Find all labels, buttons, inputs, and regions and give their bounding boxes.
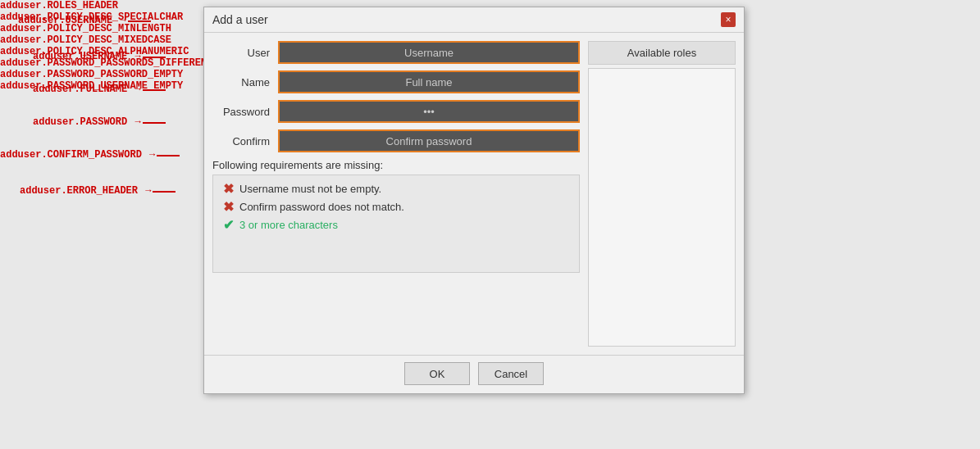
annotation-confirm: adduser.CONFIRM_PASSWORD — [0, 149, 155, 161]
user-label: User — [212, 47, 278, 59]
password-input[interactable] — [278, 100, 580, 123]
validation-item-3: ✔ 3 or more characters — [221, 218, 571, 231]
password-row: Password — [212, 100, 580, 123]
annotation-password: adduser.PASSWORD — [33, 116, 141, 128]
roles-list — [588, 68, 736, 347]
validation-item-1: ✖ Username must not be empty. — [221, 182, 571, 195]
error-header-row: Following requirements are missing: — [212, 159, 580, 171]
fullname-input[interactable] — [278, 70, 580, 93]
confirm-input[interactable] — [278, 129, 580, 152]
fail-icon-1: ✖ — [221, 182, 235, 195]
annotation-error: adduser.ERROR_HEADER — [20, 185, 151, 197]
fullname-row: Name — [212, 70, 580, 93]
confirm-label: Confirm — [212, 135, 278, 147]
dialog-title: Add a user — [212, 13, 268, 26]
validation-item-2: ✖ Confirm password does not match. — [221, 200, 571, 213]
form-panel: User Name Password Confirm Following req… — [212, 41, 580, 347]
password-label: Password — [212, 106, 278, 118]
validation-text-3: 3 or more characters — [239, 219, 338, 231]
annotation-title: adduser.USERNAME — [18, 15, 126, 26]
validation-text-2: Confirm password does not match. — [239, 201, 404, 213]
annotation-user: adduser.USERNAME — [33, 51, 141, 62]
cancel-button[interactable]: Cancel — [478, 362, 544, 385]
error-header: Following requirements are missing: — [212, 159, 383, 171]
validation-text-1: Username must not be empty. — [239, 183, 381, 195]
confirm-row: Confirm — [212, 129, 580, 152]
roles-header: Available roles — [588, 41, 736, 65]
close-button[interactable]: × — [721, 12, 736, 27]
validation-list: ✖ Username must not be empty. ✖ Confirm … — [212, 175, 580, 273]
dialog-body: User Name Password Confirm Following req… — [204, 33, 744, 355]
fullname-label: Name — [212, 76, 278, 88]
add-user-dialog: Add a user × User Name Password Confirm — [203, 7, 745, 394]
username-input[interactable] — [278, 41, 580, 64]
fail-icon-2: ✖ — [221, 200, 235, 213]
ok-button[interactable]: OK — [404, 362, 470, 385]
dialog-footer: OK Cancel — [204, 355, 744, 393]
dialog-titlebar: Add a user × — [204, 7, 744, 33]
user-row: User — [212, 41, 580, 64]
check-icon-1: ✔ — [221, 218, 235, 231]
roles-panel: Available roles — [588, 41, 736, 347]
annotation-fullname: adduser.FULLNAME — [33, 84, 141, 95]
